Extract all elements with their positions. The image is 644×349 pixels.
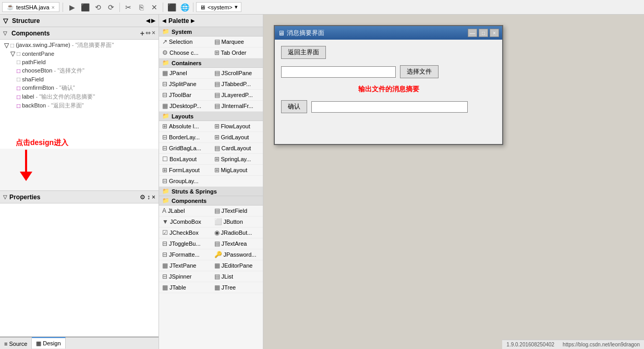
palette-item-marquee[interactable]: ▤ Marquee bbox=[211, 37, 263, 47]
tree-item-label[interactable]: □ label - "输出文件的消息摘要" bbox=[0, 92, 159, 101]
palette-item-jeditorpane[interactable]: ▦ JEditorPane bbox=[211, 260, 263, 271]
palette-item-absolute[interactable]: ⊞ Absolute l... bbox=[159, 121, 211, 132]
palette-item-jlayeredpane[interactable]: ▤ JLayeredP... bbox=[211, 90, 263, 101]
tree-item-pathfield[interactable]: □ pathField bbox=[0, 58, 159, 66]
palette-item-gridbaglayout[interactable]: ⊟ GridBagLa... bbox=[159, 143, 211, 154]
components-add-icon[interactable]: + bbox=[140, 29, 144, 38]
cardlayout-icon: ▤ bbox=[214, 145, 220, 152]
palette-item-grouplayout[interactable]: ⊟ GroupLay... bbox=[159, 176, 263, 187]
properties-section: ▽ Properties ⚙ ↕ × bbox=[0, 190, 159, 336]
palette-item-jtable[interactable]: ▦ JTable bbox=[159, 282, 211, 293]
tree-item-jframe[interactable]: ▽ □ (javax.swing.JFrame) - "消息摘要界面" bbox=[0, 41, 159, 50]
palette-item-jtoolbar[interactable]: ⊟ JToolBar bbox=[159, 90, 211, 101]
toolbar-cut-btn[interactable]: ✂ bbox=[123, 2, 134, 13]
palette-item-jtextpane[interactable]: ▦ JTextPane bbox=[159, 260, 211, 271]
toolbar-refresh-btn[interactable]: ⟲ bbox=[92, 2, 104, 13]
palette-item-jtextarea[interactable]: ▤ JTextArea bbox=[211, 238, 263, 249]
tree-item-shafield[interactable]: □ shaField bbox=[0, 75, 159, 83]
palette-item-cardlayout[interactable]: ▤ CardLayout bbox=[211, 143, 263, 154]
choose-file-button[interactable]: 选择文件 bbox=[400, 65, 439, 78]
palette-scroll[interactable]: 📁 System ↗ Selection ▤ Marquee ⚙ Choose … bbox=[159, 27, 263, 349]
jsplitpane-label: JSplitPane bbox=[169, 81, 197, 87]
tree-item-backbton[interactable]: □ backBton - "返回主界面" bbox=[0, 101, 159, 110]
palette-item-jinternalframe[interactable]: ▤ JInternalFr... bbox=[211, 101, 263, 112]
palette-item-miglayout[interactable]: ⊞ MigLayout bbox=[211, 165, 263, 176]
palette-item-jtextfield[interactable]: ▤ JTextField bbox=[211, 206, 263, 216]
confirm-button[interactable]: 确认 bbox=[281, 100, 307, 113]
system-section-label: System bbox=[172, 29, 192, 35]
palette-nav-right[interactable]: ▶ bbox=[191, 18, 195, 23]
toolbar-web-btn[interactable]: 🌐 bbox=[179, 2, 190, 13]
palette-item-jradiobutton[interactable]: ◉ JRadioBut... bbox=[211, 227, 263, 238]
swing-close-btn[interactable]: × bbox=[490, 29, 499, 37]
jpasswordfield-icon: 🔑 bbox=[214, 251, 222, 258]
tab-design[interactable]: ▦ Design bbox=[32, 337, 65, 348]
swing-minimize-btn[interactable]: — bbox=[468, 29, 477, 37]
toolbar-debug-btn[interactable]: ⬛ bbox=[79, 2, 91, 13]
properties-sort-icon[interactable]: ↕ bbox=[147, 194, 150, 201]
gridbaglayout-icon: ⊟ bbox=[162, 145, 167, 152]
palette-item-formlayout[interactable]: ⊞ FormLayout bbox=[159, 165, 211, 176]
palette-section-system: 📁 System bbox=[159, 27, 263, 37]
jscrollpane-icon: ▤ bbox=[214, 69, 220, 77]
toolbar-copy-btn[interactable]: ⎘ bbox=[136, 2, 147, 13]
palette-item-jtogglebutton[interactable]: ⊟ JToggleBu... bbox=[159, 238, 211, 249]
palette-item-taborder[interactable]: ⊞ Tab Order bbox=[211, 47, 263, 58]
swing-restore-btn[interactable]: □ bbox=[479, 29, 488, 37]
palette-item-jtree[interactable]: ▦ JTree bbox=[211, 282, 263, 293]
choose-icon: ⚙ bbox=[162, 49, 168, 56]
jlayeredpane-label: JLayeredP... bbox=[222, 92, 253, 98]
jbutton-icon: ⬜ bbox=[214, 218, 222, 225]
palette-item-jdesktoppane[interactable]: ▦ JDesktopP... bbox=[159, 101, 211, 112]
absolute-icon: ⊞ bbox=[162, 123, 167, 130]
components-close-icon[interactable]: × bbox=[152, 29, 155, 38]
toolbar-grid-btn[interactable]: ⬛ bbox=[166, 2, 177, 13]
system-dropdown[interactable]: 🖥 <system> ▾ bbox=[196, 2, 241, 12]
marquee-label: Marquee bbox=[222, 39, 244, 45]
toolbar-redo-btn[interactable]: ⟳ bbox=[105, 2, 117, 13]
toolbar-run-btn[interactable]: ▶ bbox=[66, 2, 78, 13]
palette-item-jspinner[interactable]: ⊟ JSpinner bbox=[159, 271, 211, 282]
palette-item-jcombobox[interactable]: ▼ JComboBox bbox=[159, 216, 211, 227]
output-label: 输出文件的消息摘要 bbox=[281, 85, 496, 94]
path-textfield[interactable] bbox=[281, 66, 396, 78]
backbton-title: - "返回主界面" bbox=[47, 102, 84, 109]
palette-item-jpasswordfield[interactable]: 🔑 JPassword... bbox=[211, 249, 263, 260]
palette-item-jsplitpane[interactable]: ⊟ JSplitPane bbox=[159, 79, 211, 90]
structure-nav-right[interactable]: ▶ bbox=[151, 18, 155, 23]
selection-icon: ↗ bbox=[162, 38, 167, 45]
palette-item-springleayout[interactable]: ⊞ SpringLay... bbox=[211, 154, 263, 165]
tab-close-icon[interactable]: × bbox=[52, 4, 55, 10]
palette-item-jscrollpane[interactable]: ▤ JScrollPane bbox=[211, 68, 263, 79]
structure-header: ▽ Structure ◀ ▶ bbox=[0, 15, 159, 27]
palette-item-jbutton[interactable]: ⬜ JButton bbox=[211, 216, 263, 227]
file-tab[interactable]: ☕ testSHA.java × bbox=[2, 2, 59, 12]
palette-nav-left[interactable]: ◀ bbox=[162, 18, 166, 23]
palette-item-choose[interactable]: ⚙ Choose c... bbox=[159, 47, 211, 58]
tree-item-confirmbton[interactable]: □ comfirmBton - "确认" bbox=[0, 83, 159, 92]
palette-item-jformattedtextfield[interactable]: ⊟ JFormatte... bbox=[159, 249, 211, 260]
palette-item-selection[interactable]: ↗ Selection bbox=[159, 37, 211, 47]
tree-item-choosebton[interactable]: □ chooseBton - "选择文件" bbox=[0, 66, 159, 75]
palette-item-jlabel[interactable]: A JLabel bbox=[159, 206, 211, 216]
properties-close-icon[interactable]: × bbox=[152, 194, 155, 201]
components-expand-all-icon[interactable]: ⇔ bbox=[145, 29, 151, 38]
palette-item-borderlayout[interactable]: ⊟ BorderLay... bbox=[159, 132, 211, 143]
palette-item-jpanel[interactable]: ▦ JPanel bbox=[159, 68, 211, 79]
palette-item-jcheckbox[interactable]: ☑ JCheckBox bbox=[159, 227, 211, 238]
back-button[interactable]: 返回主界面 bbox=[281, 46, 326, 59]
structure-nav-left[interactable]: ◀ bbox=[146, 18, 150, 23]
contentpane-expand-icon: ▽ bbox=[10, 50, 15, 57]
palette-item-boxlayout[interactable]: ☐ BoxLayout bbox=[159, 154, 211, 165]
tree-item-contentpane[interactable]: ▽ □ contentPane bbox=[0, 50, 159, 58]
palette-item-gridlayout[interactable]: ⊞ GridLayout bbox=[211, 132, 263, 143]
palette-item-jtabbedpane[interactable]: ▤ JTabbedP... bbox=[211, 79, 263, 90]
palette-item-flowlayout[interactable]: ⊞ FlowLayout bbox=[211, 121, 263, 132]
sha-textfield[interactable] bbox=[311, 101, 468, 113]
jcheckbox-label: JCheckBox bbox=[169, 230, 199, 236]
palette-item-jlist[interactable]: ▤ JList bbox=[211, 271, 263, 282]
structure-title: Structure bbox=[12, 17, 40, 25]
properties-gear-icon[interactable]: ⚙ bbox=[140, 194, 145, 201]
tab-source[interactable]: ≡ Source bbox=[0, 338, 32, 349]
toolbar-delete-btn[interactable]: ✕ bbox=[149, 2, 160, 13]
